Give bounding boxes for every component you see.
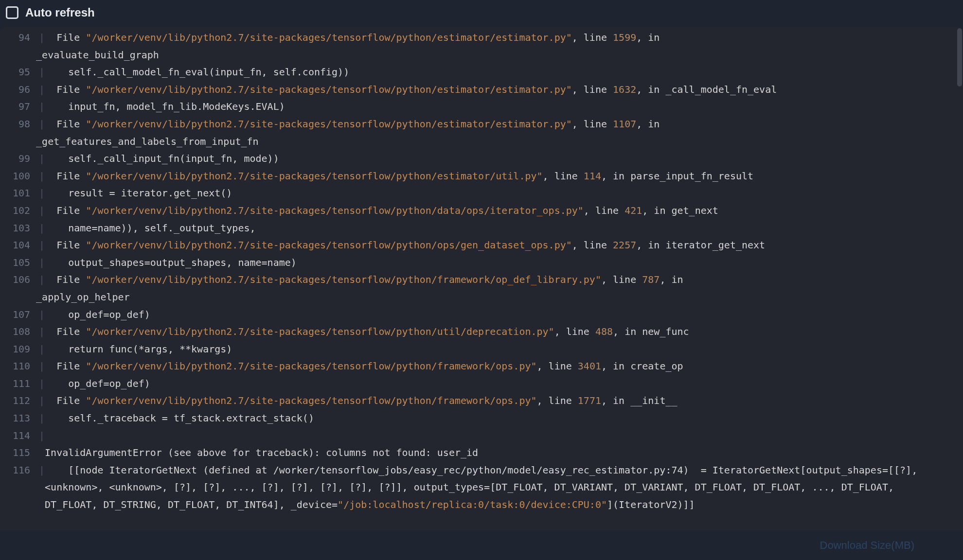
line-number: 113 xyxy=(0,410,39,427)
log-viewer: 94| File "/worker/venv/lib/python2.7/sit… xyxy=(0,27,963,531)
gutter-pipe: | xyxy=(39,392,45,410)
auto-refresh-label: Auto refresh xyxy=(25,6,95,19)
log-line: 100| File "/worker/venv/lib/python2.7/si… xyxy=(0,168,963,185)
gutter-pipe: | xyxy=(39,306,45,324)
gutter-pipe: | xyxy=(39,220,45,237)
line-number: 107 xyxy=(0,306,39,324)
auto-refresh-checkbox[interactable] xyxy=(6,6,18,19)
log-line: 106| File "/worker/venv/lib/python2.7/si… xyxy=(0,271,963,289)
line-number: 109 xyxy=(0,341,39,358)
line-number: 112 xyxy=(0,392,39,410)
log-line: 111| op_def=op_def) xyxy=(0,375,963,393)
line-number: 102 xyxy=(0,202,39,220)
log-line: | _evaluate_build_graph xyxy=(0,47,963,64)
line-number: 99 xyxy=(0,150,39,168)
gutter-pipe: | xyxy=(39,168,45,185)
log-line: 98| File "/worker/venv/lib/python2.7/sit… xyxy=(0,116,963,133)
gutter-pipe: | xyxy=(39,64,45,81)
line-number: 100 xyxy=(0,168,39,185)
log-line: 114| xyxy=(0,427,963,445)
line-number: 95 xyxy=(0,64,39,81)
log-line: 101| result = iterator.get_next() xyxy=(0,185,963,202)
line-number: 115 xyxy=(0,444,39,462)
line-number: 108 xyxy=(0,323,39,341)
gutter-pipe: | xyxy=(39,81,45,99)
line-number: 98 xyxy=(0,116,39,133)
gutter-pipe: | xyxy=(39,323,45,341)
gutter-pipe: | xyxy=(39,271,45,289)
log-line: 109| return func(*args, **kwargs) xyxy=(0,341,963,358)
log-line: 113| self._traceback = tf_stack.extract_… xyxy=(0,410,963,427)
log-line: 94| File "/worker/venv/lib/python2.7/sit… xyxy=(0,29,963,47)
gutter-pipe: | xyxy=(39,462,45,479)
log-line: 96| File "/worker/venv/lib/python2.7/sit… xyxy=(0,81,963,99)
log-line: 115| InvalidArgumentError (see above for… xyxy=(0,444,963,462)
download-size-link[interactable]: Download Size(MB) xyxy=(820,539,914,552)
gutter-pipe: | xyxy=(39,116,45,133)
log-line: 97| input_fn, model_fn_lib.ModeKeys.EVAL… xyxy=(0,98,963,116)
scrollbar-thumb[interactable] xyxy=(957,28,962,87)
line-number: 105 xyxy=(0,254,39,272)
log-line: 108| File "/worker/venv/lib/python2.7/si… xyxy=(0,323,963,341)
line-number: 94 xyxy=(0,29,39,47)
log-line: 110| File "/worker/venv/lib/python2.7/si… xyxy=(0,358,963,375)
log-line: 95| self._call_model_fn_eval(input_fn, s… xyxy=(0,64,963,81)
line-number: 110 xyxy=(0,358,39,375)
gutter-pipe: | xyxy=(39,427,45,445)
log-line: | _get_features_and_labels_from_input_fn xyxy=(0,133,963,151)
line-number: 116 xyxy=(0,462,39,479)
scrollbar-track[interactable] xyxy=(957,27,962,526)
log-line: 102| File "/worker/venv/lib/python2.7/si… xyxy=(0,202,963,220)
bottom-bar: Download Size(MB) xyxy=(0,531,963,560)
line-number: 114 xyxy=(0,427,39,445)
line-number: 97 xyxy=(0,98,39,116)
gutter-pipe: | xyxy=(39,29,45,47)
line-number: 101 xyxy=(0,185,39,202)
line-number: 96 xyxy=(0,81,39,99)
log-line: 104| File "/worker/venv/lib/python2.7/si… xyxy=(0,237,963,254)
gutter-pipe: | xyxy=(39,98,45,116)
line-number: 111 xyxy=(0,375,39,393)
gutter-pipe: | xyxy=(39,185,45,202)
gutter-pipe: | xyxy=(39,410,45,427)
log-line: 112| File "/worker/venv/lib/python2.7/si… xyxy=(0,392,963,410)
header-bar: Auto refresh xyxy=(0,0,963,27)
log-line: 116| [[node IteratorGetNext (defined at … xyxy=(0,462,963,514)
line-number: 106 xyxy=(0,271,39,289)
log-line: 107| op_def=op_def) xyxy=(0,306,963,324)
log-line: 99| self._call_input_fn(input_fn, mode)) xyxy=(0,150,963,168)
line-number: 103 xyxy=(0,220,39,237)
log-line: 103| name=name)), self._output_types, xyxy=(0,220,963,237)
gutter-pipe: | xyxy=(39,254,45,272)
log-line: | _apply_op_helper xyxy=(0,289,963,306)
gutter-pipe: | xyxy=(39,150,45,168)
gutter-pipe: | xyxy=(39,358,45,375)
line-number: 104 xyxy=(0,237,39,254)
gutter-pipe: | xyxy=(39,341,45,358)
gutter-pipe: | xyxy=(39,237,45,254)
gutter-pipe: | xyxy=(39,375,45,393)
log-line: 105| output_shapes=output_shapes, name=n… xyxy=(0,254,963,272)
gutter-pipe: | xyxy=(39,202,45,220)
